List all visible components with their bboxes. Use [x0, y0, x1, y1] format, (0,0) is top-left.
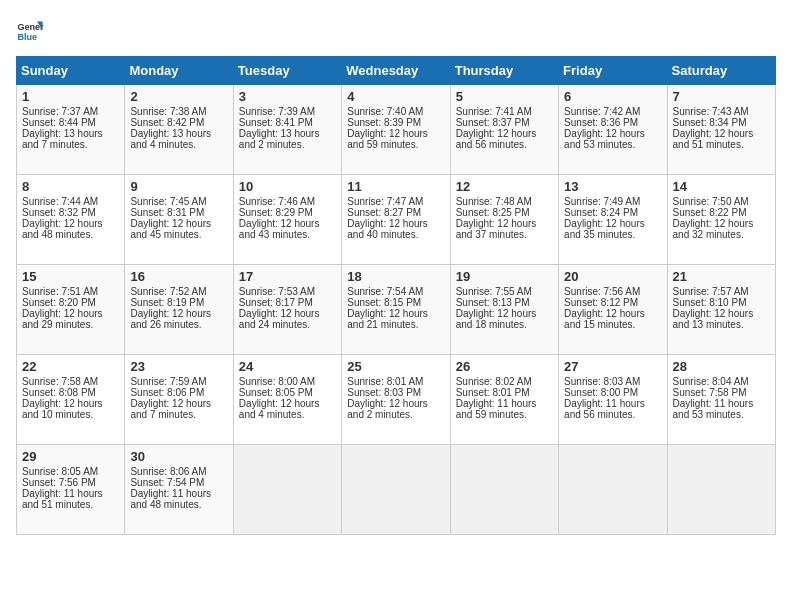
calendar-cell: 23Sunrise: 7:59 AMSunset: 8:06 PMDayligh… — [125, 355, 233, 445]
sunset: Sunset: 8:10 PM — [673, 297, 747, 308]
day-number: 29 — [22, 449, 119, 464]
sunset: Sunset: 8:24 PM — [564, 207, 638, 218]
calendar-cell — [233, 445, 341, 535]
day-number: 5 — [456, 89, 553, 104]
daylight: Daylight: 12 hours and 7 minutes. — [130, 398, 211, 420]
sunset: Sunset: 8:39 PM — [347, 117, 421, 128]
sunrise: Sunrise: 7:44 AM — [22, 196, 98, 207]
sunrise: Sunrise: 7:42 AM — [564, 106, 640, 117]
sunrise: Sunrise: 7:52 AM — [130, 286, 206, 297]
daylight: Daylight: 12 hours and 13 minutes. — [673, 308, 754, 330]
calendar-cell: 20Sunrise: 7:56 AMSunset: 8:12 PMDayligh… — [559, 265, 667, 355]
calendar-cell: 18Sunrise: 7:54 AMSunset: 8:15 PMDayligh… — [342, 265, 450, 355]
svg-text:Blue: Blue — [17, 32, 37, 42]
daylight: Daylight: 12 hours and 56 minutes. — [456, 128, 537, 150]
day-number: 2 — [130, 89, 227, 104]
calendar-cell: 5Sunrise: 7:41 AMSunset: 8:37 PMDaylight… — [450, 85, 558, 175]
daylight: Daylight: 11 hours and 53 minutes. — [673, 398, 754, 420]
calendar-cell: 6Sunrise: 7:42 AMSunset: 8:36 PMDaylight… — [559, 85, 667, 175]
sunrise: Sunrise: 8:04 AM — [673, 376, 749, 387]
day-number: 6 — [564, 89, 661, 104]
day-number: 24 — [239, 359, 336, 374]
daylight: Daylight: 12 hours and 43 minutes. — [239, 218, 320, 240]
day-number: 10 — [239, 179, 336, 194]
calendar-cell: 29Sunrise: 8:05 AMSunset: 7:56 PMDayligh… — [17, 445, 125, 535]
day-number: 14 — [673, 179, 770, 194]
weekday-header-friday: Friday — [559, 57, 667, 85]
sunset: Sunset: 8:05 PM — [239, 387, 313, 398]
calendar-cell — [559, 445, 667, 535]
day-number: 3 — [239, 89, 336, 104]
daylight: Daylight: 11 hours and 56 minutes. — [564, 398, 645, 420]
calendar-cell: 27Sunrise: 8:03 AMSunset: 8:00 PMDayligh… — [559, 355, 667, 445]
calendar-cell: 30Sunrise: 8:06 AMSunset: 7:54 PMDayligh… — [125, 445, 233, 535]
calendar-week-row: 22Sunrise: 7:58 AMSunset: 8:08 PMDayligh… — [17, 355, 776, 445]
daylight: Daylight: 12 hours and 2 minutes. — [347, 398, 428, 420]
daylight: Daylight: 12 hours and 37 minutes. — [456, 218, 537, 240]
sunrise: Sunrise: 7:58 AM — [22, 376, 98, 387]
daylight: Daylight: 12 hours and 24 minutes. — [239, 308, 320, 330]
sunrise: Sunrise: 7:50 AM — [673, 196, 749, 207]
calendar-week-row: 29Sunrise: 8:05 AMSunset: 7:56 PMDayligh… — [17, 445, 776, 535]
sunrise: Sunrise: 8:03 AM — [564, 376, 640, 387]
sunrise: Sunrise: 7:54 AM — [347, 286, 423, 297]
calendar-cell — [450, 445, 558, 535]
day-number: 27 — [564, 359, 661, 374]
day-number: 9 — [130, 179, 227, 194]
daylight: Daylight: 12 hours and 18 minutes. — [456, 308, 537, 330]
day-number: 30 — [130, 449, 227, 464]
logo-icon: General Blue — [16, 16, 44, 44]
day-number: 15 — [22, 269, 119, 284]
sunset: Sunset: 8:20 PM — [22, 297, 96, 308]
calendar-cell: 1Sunrise: 7:37 AMSunset: 8:44 PMDaylight… — [17, 85, 125, 175]
daylight: Daylight: 12 hours and 35 minutes. — [564, 218, 645, 240]
sunrise: Sunrise: 7:39 AM — [239, 106, 315, 117]
calendar-cell: 7Sunrise: 7:43 AMSunset: 8:34 PMDaylight… — [667, 85, 775, 175]
weekday-header-thursday: Thursday — [450, 57, 558, 85]
sunrise: Sunrise: 7:38 AM — [130, 106, 206, 117]
sunset: Sunset: 8:19 PM — [130, 297, 204, 308]
sunset: Sunset: 8:42 PM — [130, 117, 204, 128]
day-number: 4 — [347, 89, 444, 104]
daylight: Daylight: 12 hours and 21 minutes. — [347, 308, 428, 330]
sunrise: Sunrise: 8:05 AM — [22, 466, 98, 477]
daylight: Daylight: 11 hours and 48 minutes. — [130, 488, 211, 510]
calendar-cell: 14Sunrise: 7:50 AMSunset: 8:22 PMDayligh… — [667, 175, 775, 265]
sunset: Sunset: 8:44 PM — [22, 117, 96, 128]
daylight: Daylight: 12 hours and 4 minutes. — [239, 398, 320, 420]
sunrise: Sunrise: 8:00 AM — [239, 376, 315, 387]
calendar-week-row: 15Sunrise: 7:51 AMSunset: 8:20 PMDayligh… — [17, 265, 776, 355]
day-number: 8 — [22, 179, 119, 194]
daylight: Daylight: 13 hours and 4 minutes. — [130, 128, 211, 150]
sunrise: Sunrise: 7:46 AM — [239, 196, 315, 207]
day-number: 7 — [673, 89, 770, 104]
calendar-cell — [342, 445, 450, 535]
calendar-week-row: 8Sunrise: 7:44 AMSunset: 8:32 PMDaylight… — [17, 175, 776, 265]
sunset: Sunset: 8:31 PM — [130, 207, 204, 218]
day-number: 19 — [456, 269, 553, 284]
sunrise: Sunrise: 7:56 AM — [564, 286, 640, 297]
sunrise: Sunrise: 8:06 AM — [130, 466, 206, 477]
day-number: 18 — [347, 269, 444, 284]
day-number: 28 — [673, 359, 770, 374]
sunrise: Sunrise: 7:55 AM — [456, 286, 532, 297]
day-number: 13 — [564, 179, 661, 194]
daylight: Daylight: 12 hours and 48 minutes. — [22, 218, 103, 240]
weekday-header-monday: Monday — [125, 57, 233, 85]
weekday-header-sunday: Sunday — [17, 57, 125, 85]
calendar-cell: 26Sunrise: 8:02 AMSunset: 8:01 PMDayligh… — [450, 355, 558, 445]
calendar-cell: 9Sunrise: 7:45 AMSunset: 8:31 PMDaylight… — [125, 175, 233, 265]
sunset: Sunset: 8:00 PM — [564, 387, 638, 398]
sunset: Sunset: 8:17 PM — [239, 297, 313, 308]
sunset: Sunset: 8:03 PM — [347, 387, 421, 398]
sunset: Sunset: 8:27 PM — [347, 207, 421, 218]
daylight: Daylight: 12 hours and 53 minutes. — [564, 128, 645, 150]
calendar-cell: 25Sunrise: 8:01 AMSunset: 8:03 PMDayligh… — [342, 355, 450, 445]
day-number: 26 — [456, 359, 553, 374]
calendar-cell: 2Sunrise: 7:38 AMSunset: 8:42 PMDaylight… — [125, 85, 233, 175]
sunset: Sunset: 8:12 PM — [564, 297, 638, 308]
daylight: Daylight: 11 hours and 59 minutes. — [456, 398, 537, 420]
sunrise: Sunrise: 7:43 AM — [673, 106, 749, 117]
sunrise: Sunrise: 7:49 AM — [564, 196, 640, 207]
calendar-cell — [667, 445, 775, 535]
